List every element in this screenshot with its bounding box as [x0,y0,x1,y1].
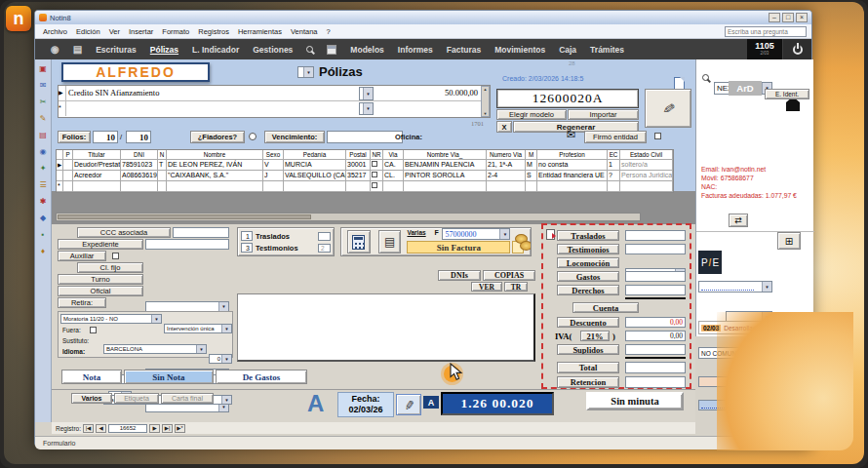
toolbar-icon[interactable]: ☰ [39,181,46,189]
nr-checkbox[interactable] [372,172,377,177]
swap-button[interactable]: ⇄ [729,214,748,227]
testimonios-count[interactable]: 3 [241,243,253,253]
table-cell[interactable] [63,171,73,181]
nr-checkbox[interactable] [372,182,377,188]
table-cell[interactable] [404,181,487,192]
acts-vertical-scrollbar[interactable]: ▲▼ [481,86,490,117]
toolbar-icon[interactable]: ▤ [39,132,47,139]
toolbar-icon[interactable]: ✉ [40,82,47,90]
table-cell[interactable] [371,181,383,192]
sign-button[interactable]: ✎ [396,394,421,415]
table-cell[interactable]: J [263,171,284,181]
globe-icon[interactable]: ◉ [51,44,59,55]
next-record-button[interactable]: ▶ [149,424,160,433]
table-cell[interactable]: V [263,160,284,171]
fee-locomocion-button[interactable]: Locomoción [557,257,619,268]
table-cell[interactable]: 21, 1ª-A [487,160,526,171]
fee-derechos-field[interactable] [625,285,686,295]
fuera-combo[interactable]: BARCELONA [103,344,207,354]
panel-scrollbar[interactable]: ▲▼ [804,321,812,336]
comunicado-combo[interactable]: NO COMUNICADO [698,347,798,359]
row-selector[interactable] [57,171,63,181]
table-cell[interactable]: VALSEQUILLO (CAP. [284,171,346,181]
table-cell[interactable]: S [526,171,537,181]
toolbar-icon[interactable]: ▣ [39,65,47,73]
first-record-button[interactable]: |◀ [83,424,94,433]
traslados-extra[interactable] [318,232,331,241]
fee-cuenta-button[interactable]: Cuenta [572,302,639,313]
expediente-button[interactable]: Expediente [58,239,143,250]
notes-textarea[interactable] [237,293,535,362]
toolbar-icon[interactable]: ✂ [40,98,47,106]
nav-informes[interactable]: Informes [398,45,433,55]
table-cell[interactable]: 2-4 [487,171,526,181]
table-cell[interactable] [167,181,263,192]
minimize-button[interactable]: – [769,13,780,22]
policy-number-field[interactable]: 12600020A [496,89,639,108]
table-cell[interactable]: Deudor/Prestat [73,160,121,171]
nr-checkbox[interactable] [372,161,377,167]
table-cell[interactable]: M [526,160,537,171]
iva-pct-button[interactable]: 21% [580,331,610,341]
dnis-button[interactable]: DNIs [438,270,481,281]
fee-doc-icon[interactable] [546,229,555,240]
table-cell[interactable] [63,160,73,171]
orange-combo[interactable] [698,376,802,387]
toolbar-icon[interactable]: ▪ [42,231,45,239]
menu-formato[interactable]: Formato [162,27,189,36]
firmo-checkbox[interactable] [654,133,661,139]
table-cell[interactable]: Persona Juridica [620,171,673,181]
close-button[interactable]: × [796,13,808,22]
folios-button[interactable]: Folios: [58,131,91,143]
table-cell[interactable]: "CAIXABANK, S.A." [167,171,263,181]
table-cell[interactable] [526,181,537,192]
varios-button[interactable]: Varios [71,393,112,404]
oficial-button[interactable]: Oficial [58,286,143,296]
table-cell[interactable] [383,181,404,192]
a-mini-button[interactable]: A [423,396,439,409]
table-cell[interactable] [608,181,620,192]
fee-retencion-button[interactable]: Retencion [557,376,619,388]
nav-gestiones[interactable]: Gestiones [253,45,293,55]
table-cell[interactable] [284,181,346,192]
table-cell[interactable] [121,181,158,192]
menu-insertar[interactable]: Insertar [129,27,153,36]
auxiliar-button[interactable]: Auxiliar [58,251,106,261]
fee-retencion-field[interactable] [625,376,686,388]
clear-model-button[interactable]: X [496,121,512,133]
act-type-combo[interactable] [359,102,374,115]
toolbar-icon[interactable]: ✦ [40,165,47,173]
e-ident-button[interactable]: E. Ident. [765,89,809,99]
auxiliar-checkbox[interactable] [112,253,119,259]
ccc-asociada-button[interactable]: CCC asociada [77,227,171,238]
nav-l-indicador[interactable]: L. Indicador [192,45,239,55]
table-cell[interactable]: CA. [383,160,404,171]
menu-herramientas[interactable]: Herramientas [238,27,282,36]
sin-minuta-button[interactable]: Sin minuta [586,392,684,410]
printer-icon[interactable]: ▤ [73,44,82,55]
sin-nota-tab-active[interactable]: Sin Nota [124,370,214,384]
act-type[interactable]: Credito SIN Afianzamiento [66,86,359,100]
invoice-number-combo[interactable]: 57000000 [442,228,510,240]
import-button[interactable]: Importar [568,109,639,120]
table-cell[interactable]: Entidad financiera UE [537,171,608,181]
de-gastos-tab[interactable]: De Gastos [216,370,307,384]
fiadores-button[interactable]: ¿Fiadores? [190,131,245,143]
etiqueta-button[interactable]: Etiqueta [114,393,159,404]
nav-modelos[interactable]: Modelos [350,45,383,55]
intervencion-combo[interactable]: Intervención única [164,324,232,333]
new-record-button[interactable]: ▶* [175,424,185,433]
ver-button[interactable]: VER [471,282,502,292]
folios-to-field[interactable]: 10 [126,131,151,143]
fee-suplidos-field[interactable] [625,344,686,355]
form-add-button[interactable]: ⊞ [777,232,801,250]
table-cell[interactable]: Acreedor [73,171,121,181]
table-cell[interactable]: 78591023 [121,160,158,171]
fee-testimonios-button[interactable]: Testimonios [557,244,619,254]
table-cell[interactable]: ? [608,171,620,181]
fee-testimonios-field[interactable] [625,244,686,254]
table-cell[interactable]: DE LEON PEREZ, IVÁN [167,160,263,171]
fee-traslados-button[interactable]: Traslados [557,230,619,241]
maximize-button[interactable]: □ [782,13,794,22]
last-record-button[interactable]: ▶| [162,424,173,433]
